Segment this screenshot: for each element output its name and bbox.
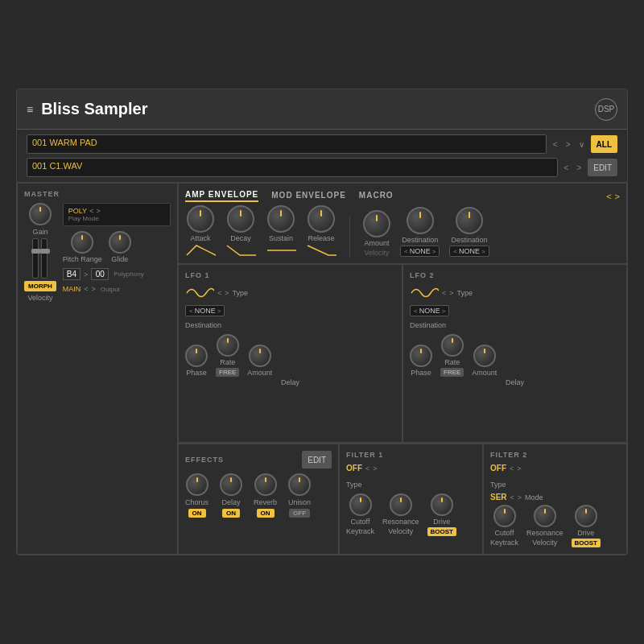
filter1-cutoff-label: Cutoff [351, 518, 370, 526]
release-knob[interactable] [308, 205, 335, 233]
preset-select-1[interactable]: 001 WARM PAD [27, 134, 547, 154]
tab-bar: AMP ENVELOPE MOD ENVELOPE MACRO < > [185, 190, 620, 202]
tab-nav-prev[interactable]: < [606, 192, 611, 201]
filter2-type-nav-left[interactable]: < [510, 464, 514, 473]
filter2-velocity-label: Velocity [532, 539, 557, 547]
lfo2-type-nav-left[interactable]: < [442, 289, 446, 297]
pitch-range-label: Pitch Range [63, 255, 102, 263]
reverb-knob[interactable] [254, 473, 277, 496]
lfo2-free-badge[interactable]: FREE [440, 368, 464, 377]
destination2-knob[interactable] [456, 207, 483, 234]
chorus-knob[interactable] [186, 473, 208, 496]
output-nav-right[interactable]: > [92, 285, 96, 293]
poly-nav-left[interactable]: < [89, 207, 93, 215]
filter1-type-nav-right[interactable]: > [373, 464, 377, 473]
preset2-edit-button[interactable]: EDIT [588, 159, 617, 176]
unison-status[interactable]: OFF [289, 509, 310, 518]
filter1-boost[interactable]: BOOST [427, 527, 456, 536]
preset2-nav-left[interactable]: < [563, 163, 571, 173]
delay-knob[interactable] [220, 473, 242, 496]
tab-amp-envelope[interactable]: AMP ENVELOPE [185, 190, 258, 202]
lfo1-dest-val: NONE [195, 307, 216, 315]
sustain-knob[interactable] [267, 205, 295, 233]
effects-edit-button[interactable]: EDIT [302, 451, 332, 469]
lfo1-type-nav-left[interactable]: < [217, 289, 221, 297]
lfo2-dest-selector[interactable]: < NONE > [410, 305, 449, 316]
gain-knob[interactable] [29, 203, 52, 225]
destination1-knob[interactable] [407, 207, 434, 234]
filter2-boost[interactable]: BOOST [572, 539, 601, 547]
lfo2-rate-knob[interactable] [441, 334, 464, 357]
lfo1-rate-knob[interactable] [217, 334, 239, 357]
all-button[interactable]: ALL [591, 135, 617, 153]
filter2-type-nav-right[interactable]: > [517, 464, 521, 473]
lfo1-dest-nav-right[interactable]: > [217, 308, 221, 315]
lfo2-amount-knob[interactable] [473, 345, 496, 367]
lfo1-free-badge[interactable]: FREE [216, 368, 239, 377]
gain-fader-thumb2[interactable] [40, 249, 50, 254]
glide-knob[interactable] [109, 231, 131, 254]
lfo1-dest-nav-left[interactable]: < [189, 308, 193, 315]
filter1-type-nav-left[interactable]: < [365, 464, 369, 473]
tab-nav-next[interactable]: > [615, 192, 620, 201]
gain-fader-track[interactable] [32, 238, 39, 279]
preset1-nav-left[interactable]: < [551, 139, 559, 150]
none2-nav-left[interactable]: < [453, 248, 457, 255]
lfo1-phase-knob[interactable] [185, 345, 208, 367]
filter2-drive-knob[interactable] [575, 505, 597, 527]
velocity-sublabel: Velocity [364, 249, 389, 257]
amp-knobs-row: Attack Decay [185, 205, 620, 257]
chorus-status[interactable]: ON [188, 509, 206, 518]
amount-knob[interactable] [363, 210, 390, 237]
menu-icon[interactable]: ≡ [27, 103, 33, 116]
header: ≡ Bliss Sampler DSP [17, 89, 627, 130]
delay-status[interactable]: ON [222, 509, 240, 518]
none2-nav-right[interactable]: > [481, 248, 485, 255]
filter1-cutoff-knob[interactable] [349, 493, 372, 516]
tab-mod-envelope[interactable]: MOD ENVELOPE [271, 191, 346, 201]
filter1-drive-knob[interactable] [431, 493, 453, 516]
none1-nav-right[interactable]: > [432, 248, 436, 255]
lfo1-amount-knob[interactable] [249, 345, 271, 367]
lfo2-dest-nav-right[interactable]: > [442, 308, 446, 315]
right-area: AMP ENVELOPE MOD ENVELOPE MACRO < > Atta… [178, 183, 627, 555]
none2-selector[interactable]: < NONE > [449, 246, 489, 257]
lfo2-phase-knob[interactable] [410, 345, 432, 367]
gain-label: Gain [32, 228, 47, 236]
amount-wrap: Amount Velocity [363, 210, 390, 257]
preset-select-2[interactable]: 001 C1.WAV [27, 158, 558, 177]
sep-line [349, 217, 350, 257]
filter2-mode-nav-right[interactable]: > [518, 493, 522, 502]
none1-nav-left[interactable]: < [404, 248, 408, 255]
none1-selector[interactable]: < NONE > [400, 246, 440, 257]
attack-knob[interactable] [187, 205, 214, 233]
filter2-mode-nav-left[interactable]: < [510, 493, 514, 502]
lfo1-type-nav-right[interactable]: > [225, 289, 229, 297]
preset2-nav-right[interactable]: > [575, 163, 583, 173]
decay-wave [225, 244, 256, 257]
filter2-type-label: Type [490, 481, 506, 489]
decay-knob[interactable] [227, 205, 254, 233]
tab-macro[interactable]: MACRO [359, 191, 394, 201]
filter1-keytrack-label: Keytrack [346, 527, 374, 535]
morph-button[interactable]: MORPH [24, 281, 56, 291]
lfo2-dest-nav-left[interactable]: < [414, 308, 418, 315]
lfo2-type-nav-right[interactable]: > [449, 289, 453, 297]
reverb-status[interactable]: ON [257, 509, 275, 518]
preset1-nav-down[interactable]: ∨ [577, 139, 586, 150]
filter2-resonance-knob[interactable] [534, 505, 556, 527]
filter2-mode-label: Mode [525, 493, 543, 502]
filter2-drive-label: Drive [577, 529, 594, 537]
filter2-resonance-label: Resonance [526, 529, 564, 537]
preset1-nav-right[interactable]: > [564, 139, 572, 150]
lfo1-dest-selector[interactable]: < NONE > [185, 305, 225, 316]
unison-label: Unison [288, 498, 311, 506]
filter1-resonance-knob[interactable] [390, 493, 412, 516]
pitch-range-knob[interactable] [71, 231, 93, 254]
filter2-cutoff-knob[interactable] [493, 505, 516, 527]
unison-knob[interactable] [288, 473, 311, 496]
output-nav-left[interactable]: < [84, 285, 88, 293]
gain-fader-track2[interactable] [41, 238, 47, 279]
lfo1-knobs: Phase Rate FREE Amount [185, 334, 395, 377]
poly-nav-right[interactable]: > [96, 207, 100, 215]
